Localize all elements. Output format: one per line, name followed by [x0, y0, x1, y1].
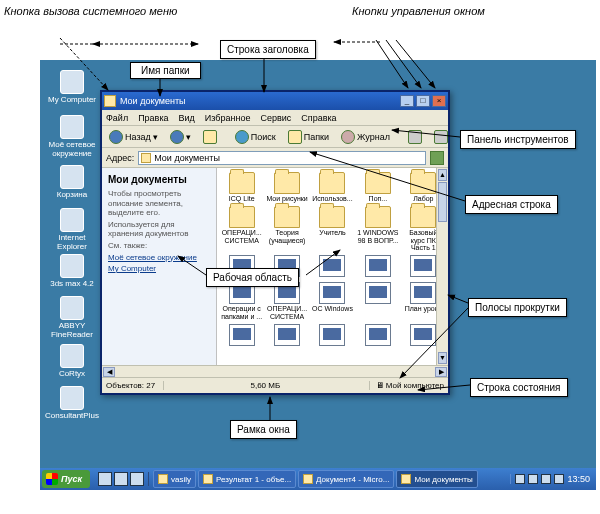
doc-icon: [274, 324, 300, 346]
file-item[interactable]: [312, 255, 353, 278]
sidebar-link[interactable]: My Computer: [108, 264, 210, 273]
file-item[interactable]: [221, 324, 262, 347]
doc-icon: [365, 282, 391, 304]
back-icon: [109, 130, 123, 144]
sidebar-link[interactable]: Моё сетевое окружение: [108, 253, 210, 262]
task-button[interactable]: Документ4 - Micro...: [298, 470, 394, 488]
scroll-thumb[interactable]: [438, 182, 447, 222]
file-item[interactable]: Поп...: [357, 172, 398, 202]
desktop-icon[interactable]: ConsultantPlus: [44, 386, 100, 421]
file-item[interactable]: 1 WINDOWS 98 В ВОПР...: [357, 206, 398, 251]
task-button[interactable]: Результат 1 - объе...: [198, 470, 296, 488]
menu-edit[interactable]: Правка: [138, 113, 168, 123]
search-button[interactable]: Поиск: [232, 129, 279, 145]
file-item[interactable]: Мои рисунки: [266, 172, 307, 202]
maximize-button[interactable]: □: [416, 95, 430, 107]
forward-button[interactable]: ▾: [167, 129, 194, 145]
copy-button[interactable]: [431, 129, 451, 145]
task-button[interactable]: Мои документы: [396, 470, 477, 488]
file-item[interactable]: [357, 324, 398, 347]
file-item[interactable]: ОПЕРАЦИ... СИСТЕМА: [266, 282, 307, 320]
doc-icon: [319, 282, 345, 304]
address-value: Мои документы: [154, 153, 220, 163]
file-area[interactable]: ICQ Lite Мои рисунки Использов... Поп...…: [217, 168, 448, 365]
doc-icon: [365, 255, 391, 277]
tray-icon[interactable]: [541, 474, 551, 484]
desktop-icon[interactable]: Моё сетевое окружение: [44, 115, 100, 159]
folder-icon: [229, 172, 255, 194]
go-button[interactable]: [430, 151, 444, 165]
minimize-button[interactable]: _: [400, 95, 414, 107]
move-button[interactable]: [405, 129, 425, 145]
desktop-icon[interactable]: Корзина: [44, 165, 100, 200]
annot-tools-panel: Панель инструментов: [460, 130, 576, 149]
file-item[interactable]: [357, 282, 398, 320]
sidebar: Мои документы Чтобы просмотреть описание…: [102, 168, 217, 365]
titlebar[interactable]: Мои документы _ □ ×: [102, 92, 448, 110]
system-tray: 13:50: [510, 474, 594, 484]
network-icon: [60, 115, 84, 139]
menu-view[interactable]: Вид: [179, 113, 195, 123]
scroll-left-icon[interactable]: ◀: [103, 367, 115, 377]
file-item[interactable]: Операции с папками и ...: [221, 282, 262, 320]
app-icon: [203, 474, 213, 484]
file-item[interactable]: Теория (учащиеся): [266, 206, 307, 251]
scroll-right-icon[interactable]: ▶: [435, 367, 447, 377]
windows-logo-icon: [46, 473, 58, 485]
file-item[interactable]: [266, 324, 307, 347]
close-button[interactable]: ×: [432, 95, 446, 107]
up-button[interactable]: [200, 129, 220, 145]
menu-tools[interactable]: Сервис: [260, 113, 291, 123]
menubar: Файл Правка Вид Избранное Сервис Справка: [102, 110, 448, 126]
desktop-icon[interactable]: CoRtyx: [44, 344, 100, 379]
desktop: My Computer Моё сетевое окружение Корзин…: [40, 60, 596, 490]
file-item[interactable]: Учитель: [312, 206, 353, 251]
journal-icon: [341, 130, 355, 144]
folders-icon: [288, 130, 302, 144]
file-item[interactable]: [357, 255, 398, 278]
doc-icon: [319, 255, 345, 277]
desktop-icon[interactable]: 3ds max 4.2: [44, 254, 100, 289]
doc-icon: [365, 324, 391, 346]
horizontal-scrollbar[interactable]: ◀ ▶: [102, 365, 448, 377]
annot-status-row: Строка состояния: [470, 378, 568, 397]
copy-icon: [434, 130, 448, 144]
address-input[interactable]: Мои документы: [138, 151, 426, 165]
file-item[interactable]: ОС Windows: [312, 282, 353, 320]
system-menu-icon[interactable]: [104, 95, 116, 107]
tray-icon[interactable]: [554, 474, 564, 484]
doc-icon: [410, 282, 436, 304]
folder-icon: [274, 172, 300, 194]
folders-button[interactable]: Папки: [285, 129, 332, 145]
ql-icon[interactable]: [114, 472, 128, 486]
desktop-icon[interactable]: ABBYY FineReader: [44, 296, 100, 340]
start-button[interactable]: Пуск: [42, 470, 90, 488]
annot-system-menu: Кнопка вызова системного меню: [4, 5, 177, 17]
tray-icon[interactable]: [528, 474, 538, 484]
scroll-down-icon[interactable]: ▼: [438, 352, 447, 364]
journal-button[interactable]: Журнал: [338, 129, 393, 145]
statusbar: Объектов: 27 5,60 МБ 🖥 Мой компьютер: [102, 377, 448, 393]
scroll-up-icon[interactable]: ▲: [438, 169, 447, 181]
file-item[interactable]: ОПЕРАЦИ... СИСТЕМА: [221, 206, 262, 251]
file-item[interactable]: ICQ Lite: [221, 172, 262, 202]
folder-icon: [365, 172, 391, 194]
menu-favorites[interactable]: Избранное: [205, 113, 251, 123]
ie-icon: [60, 208, 84, 232]
up-icon: [203, 130, 217, 144]
file-item[interactable]: [312, 324, 353, 347]
doc-icon: [319, 324, 345, 346]
menu-help[interactable]: Справка: [301, 113, 336, 123]
task-button[interactable]: vasily: [153, 470, 196, 488]
app-icon: [60, 254, 84, 278]
tray-icon[interactable]: [515, 474, 525, 484]
vertical-scrollbar[interactable]: ▲ ▼: [436, 168, 448, 365]
desktop-icon[interactable]: My Computer: [44, 70, 100, 105]
file-item[interactable]: Использов...: [312, 172, 353, 202]
back-button[interactable]: Назад ▾: [106, 129, 161, 145]
desktop-icon[interactable]: Internet Explorer: [44, 208, 100, 252]
ql-icon[interactable]: [130, 472, 144, 486]
status-location: 🖥 Мой компьютер: [369, 381, 444, 390]
menu-file[interactable]: Файл: [106, 113, 128, 123]
ql-icon[interactable]: [98, 472, 112, 486]
